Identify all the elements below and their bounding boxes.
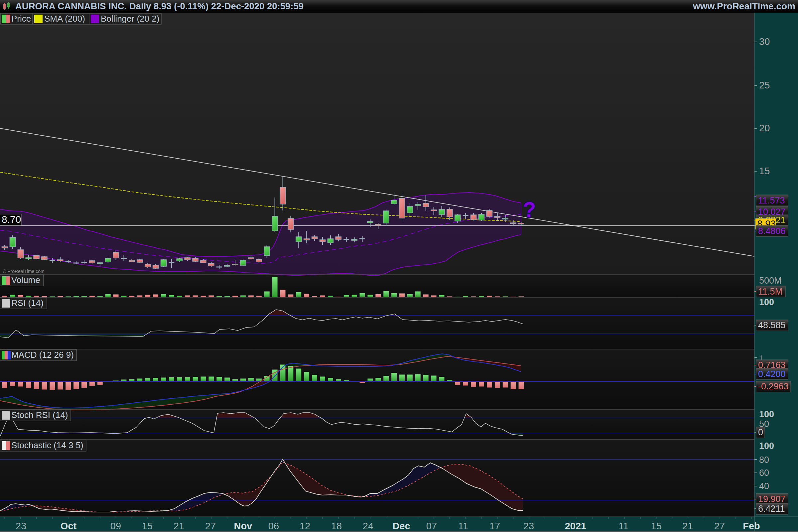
svg-text:12: 12 (300, 521, 310, 531)
svg-text:27: 27 (205, 521, 216, 531)
svg-text:500M: 500M (759, 276, 782, 286)
svg-text:© ProRealTime.com: © ProRealTime.com (3, 269, 44, 274)
svg-text:Bollinger (20 2): Bollinger (20 2) (101, 14, 159, 24)
svg-text:11: 11 (619, 521, 628, 531)
svg-text:Price: Price (11, 14, 31, 24)
svg-text:15: 15 (142, 521, 153, 531)
svg-text:25: 25 (759, 80, 770, 91)
svg-text:www.ProRealTime.com: www.ProRealTime.com (692, 1, 795, 11)
svg-text:20: 20 (759, 123, 770, 133)
svg-text:09: 09 (110, 521, 121, 531)
svg-text:11.5M: 11.5M (758, 287, 782, 297)
svg-text:23: 23 (524, 521, 534, 531)
svg-text:23: 23 (16, 521, 26, 531)
svg-text:2021: 2021 (565, 521, 587, 531)
svg-text:30: 30 (759, 36, 770, 47)
svg-text:17: 17 (490, 521, 500, 531)
svg-text:24: 24 (363, 521, 374, 531)
svg-text:8.4806: 8.4806 (758, 226, 786, 236)
svg-text:19.907: 19.907 (758, 494, 786, 504)
svg-text:0: 0 (758, 427, 763, 437)
svg-text:RSI (14): RSI (14) (11, 298, 43, 308)
svg-text:6.4211: 6.4211 (758, 504, 785, 514)
svg-text:40: 40 (759, 481, 769, 491)
svg-text:06: 06 (268, 521, 279, 531)
svg-text:Volume: Volume (11, 275, 40, 285)
svg-text:15: 15 (759, 166, 770, 176)
svg-text:80: 80 (759, 455, 769, 465)
svg-text:AURORA CANNABIS INC. Daily 8.9: AURORA CANNABIS INC. Daily 8.93 (-0.11%)… (15, 1, 304, 11)
svg-text:11.573: 11.573 (758, 195, 785, 206)
svg-text:27: 27 (714, 521, 725, 531)
svg-text:Oct: Oct (60, 521, 77, 531)
svg-text:Feb: Feb (743, 521, 760, 531)
svg-text:?: ? (523, 198, 536, 222)
svg-text:18: 18 (331, 521, 342, 531)
svg-text:MACD (12 26 9): MACD (12 26 9) (11, 350, 74, 360)
svg-text:Stoch RSI (14): Stoch RSI (14) (11, 410, 68, 420)
svg-text:100: 100 (759, 297, 774, 307)
svg-text:21: 21 (174, 521, 184, 531)
svg-text:48.585: 48.585 (758, 320, 786, 330)
svg-text:11: 11 (458, 521, 468, 531)
svg-text:SMA (200): SMA (200) (44, 14, 85, 24)
svg-text:Dec: Dec (392, 521, 410, 531)
svg-text:100: 100 (759, 441, 774, 451)
svg-text:15: 15 (651, 521, 662, 531)
svg-text:Nov: Nov (234, 521, 252, 531)
svg-text:0.4200: 0.4200 (758, 369, 786, 379)
svg-text:60: 60 (759, 468, 769, 478)
svg-text:-0.2963: -0.2963 (758, 381, 789, 391)
svg-text:Stochastic (14 3 5): Stochastic (14 3 5) (11, 440, 83, 450)
svg-text:8.70: 8.70 (2, 214, 21, 225)
svg-text:21: 21 (682, 521, 693, 531)
svg-text:100: 100 (759, 409, 774, 419)
svg-text:07: 07 (426, 521, 437, 531)
